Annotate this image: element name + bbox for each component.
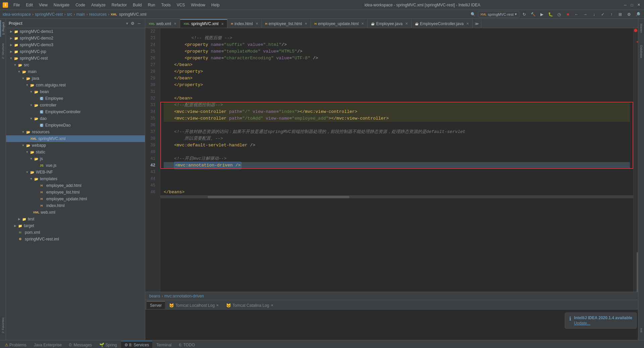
menu-build[interactable]: Build (130, 2, 145, 8)
tree-item-springmvc-demo2[interactable]: ▶ 📁 springMVC-demo2 (6, 35, 145, 42)
tab-close-button[interactable]: ✕ (405, 22, 408, 25)
bottom-toolbar-terminal[interactable]: Terminal (153, 341, 175, 348)
code-viewport[interactable]: <!-- 视图后缀 --> <property name = "suffix" … (160, 28, 633, 292)
bottom-toolbar-messages[interactable]: 0: Messages (66, 341, 95, 348)
stop-button[interactable]: ■ (564, 11, 572, 18)
activity-project[interactable]: 1: Project (0, 20, 6, 37)
bottom-toolbar-services[interactable]: ⚙8: Services (121, 341, 152, 348)
tree-item-controller[interactable]: ▼ 📂 controller (6, 102, 145, 109)
tab-close-btn[interactable]: ✕ (216, 303, 219, 307)
layout-button[interactable]: ⊞ (616, 11, 624, 18)
menu-view[interactable]: View (36, 2, 50, 8)
tree-item-src[interactable]: ▼ 📂 src (6, 62, 145, 68)
bottom-toolbar-spring[interactable]: 🌱Spring (96, 341, 120, 348)
tree-item-vue-js[interactable]: JS vue.js (6, 162, 145, 169)
debug-button[interactable]: 🐛 (547, 11, 554, 18)
tree-item-employee-update-html[interactable]: H employee_update.html (6, 196, 145, 202)
tree-item-employee-add-html[interactable]: H employee_add.html (6, 182, 145, 189)
tree-item-employeecontroller[interactable]: C EmployeeController (6, 109, 145, 115)
back-button[interactable]: ← (573, 11, 580, 18)
bottom-tab-tomcat-localhost[interactable]: 🐱 Tomcat Localhost Log ✕ (166, 301, 222, 309)
build-button[interactable]: 🔨 (529, 11, 537, 18)
breadcrumb-main[interactable]: main (76, 12, 85, 17)
panel-collapse-button[interactable]: ─ (136, 20, 142, 26)
tree-item-springmvc-xml[interactable]: XML springMVC.xml (6, 135, 145, 142)
vertical-scrollbar[interactable] (633, 28, 638, 292)
tab-springmvc-xml[interactable]: XML springMVC.xml ✕ (180, 19, 227, 28)
menu-refactor[interactable]: Refactor (109, 2, 129, 8)
tree-item-iml[interactable]: ⚙ springMVC-rest.iml (6, 236, 145, 242)
git-push-button[interactable]: ↑ (608, 11, 615, 18)
tree-item-springmvc-jsp[interactable]: ▶ 📁 springMVC-jsp (6, 48, 145, 55)
tree-item-springmvc-demo3[interactable]: ▶ 📁 springMVC-demo3 (6, 42, 145, 48)
menu-help[interactable]: Help (209, 2, 222, 8)
close-button[interactable]: ✕ (636, 2, 641, 8)
tab-close-button[interactable]: ✕ (221, 22, 224, 26)
tree-item-templates[interactable]: ▼ 📂 templates (6, 176, 145, 182)
git-update-button[interactable]: ↓ (590, 11, 598, 18)
tree-item-test[interactable]: ▶ 📁 test (6, 216, 145, 222)
menu-run[interactable]: Run (145, 2, 158, 8)
run-config-selector[interactable]: XML springMVC-rest ▾ (478, 11, 519, 17)
tree-item-dao[interactable]: ▼ 📂 dao (6, 115, 145, 122)
tree-item-static[interactable]: ▼ 📂 static (6, 149, 145, 155)
tree-item-employee-list-html[interactable]: H employee_list.html (6, 189, 145, 196)
tab-close-button[interactable]: ✕ (305, 22, 307, 25)
bottom-tab-server[interactable]: Server (147, 301, 165, 309)
notification-link[interactable]: Update... (574, 321, 632, 326)
tree-item-js[interactable]: ▼ 📂 js (6, 155, 145, 162)
breadcrumb-springmvc-rest[interactable]: springMVC-rest (35, 12, 63, 17)
activity-favorites[interactable]: 2: Favorites (0, 315, 6, 335)
menu-file[interactable]: File (11, 2, 22, 8)
tree-item-webinf[interactable]: ▼ 📂 WEB-INF (6, 169, 145, 176)
menu-window[interactable]: Window (188, 2, 208, 8)
scroll-thumb[interactable] (637, 252, 638, 292)
breadcrumb-beans[interactable]: beans (149, 294, 160, 298)
menu-analyze[interactable]: Analyze (89, 2, 108, 8)
tree-item-springmvc-rest[interactable]: ▼ 📂 springMVC-rest (6, 55, 145, 62)
forward-button[interactable]: → (582, 11, 589, 18)
tree-item-package[interactable]: ▼ 📂 com.atguigu.rest (6, 82, 145, 88)
tree-item-target[interactable]: ▶ 📁 target (6, 222, 145, 229)
activity-structure[interactable]: Z: Structure (0, 41, 6, 61)
breadcrumb-src[interactable]: src (67, 12, 72, 17)
coverage-button[interactable]: ◷ (555, 11, 563, 18)
tab-close-button[interactable]: ✕ (256, 22, 258, 25)
tab-close-button[interactable]: ✕ (466, 22, 469, 25)
breadcrumb-mvc-annotation[interactable]: mvc:annotation-driven (164, 294, 204, 298)
tab-index-html[interactable]: H index.html ✕ (227, 19, 262, 28)
tree-item-employeedao[interactable]: C EmployeeDao (6, 122, 145, 129)
tree-item-employee-class[interactable]: C Employee (6, 95, 145, 102)
menu-code[interactable]: Code (73, 2, 88, 8)
tree-item-pom-xml[interactable]: M pom.xml (6, 229, 145, 236)
menu-navigate[interactable]: Navigate (51, 2, 72, 8)
right-panel-maven[interactable]: Maven (640, 20, 643, 37)
tab-more[interactable]: ≫ (473, 19, 481, 28)
tree-item-web-xml[interactable]: XML web.xml (6, 209, 145, 216)
run-button[interactable]: ▶ (538, 11, 545, 18)
settings-button[interactable]: ⚙ (625, 11, 633, 18)
git-commit-button[interactable]: ✓ (599, 11, 606, 18)
right-panel-database[interactable]: Database (640, 42, 643, 62)
breadcrumb-workspace[interactable]: idea-workspace (3, 12, 31, 17)
tree-item-main[interactable]: ▼ 📂 main (6, 68, 145, 75)
breadcrumb-resources[interactable]: resources (89, 12, 107, 17)
tab-close-btn2[interactable]: ✕ (271, 303, 273, 307)
tab-close-button[interactable]: ✕ (361, 22, 364, 25)
search-everywhere-button[interactable]: 🔍 (469, 11, 477, 18)
minimize-button[interactable]: ─ (623, 2, 628, 8)
panel-gear-button[interactable]: ⚙ (129, 20, 136, 26)
tree-item-java[interactable]: ▼ 📂 java (6, 75, 145, 82)
tab-employeecontroller-java[interactable]: ☕ EmployeeController.java ✕ (412, 19, 473, 28)
tree-item-webapp[interactable]: ▼ 📂 webapp (6, 142, 145, 149)
right-panel-ant[interactable]: Ant (640, 325, 643, 335)
menu-tools[interactable]: Tools (159, 2, 173, 8)
tree-item-bean[interactable]: ▼ 📂 bean (6, 88, 145, 95)
scrollbar-thumb[interactable] (208, 196, 350, 198)
bottom-toolbar-problems[interactable]: ⚠Problems (1, 341, 30, 348)
tree-item-index-html[interactable]: H index.html (6, 202, 145, 209)
menu-edit[interactable]: Edit (23, 2, 36, 8)
tab-employee-update[interactable]: H employee_update.html ✕ (311, 19, 368, 28)
horizontal-scrollbar[interactable] (160, 196, 633, 198)
menu-vcs[interactable]: VCS (174, 2, 188, 8)
